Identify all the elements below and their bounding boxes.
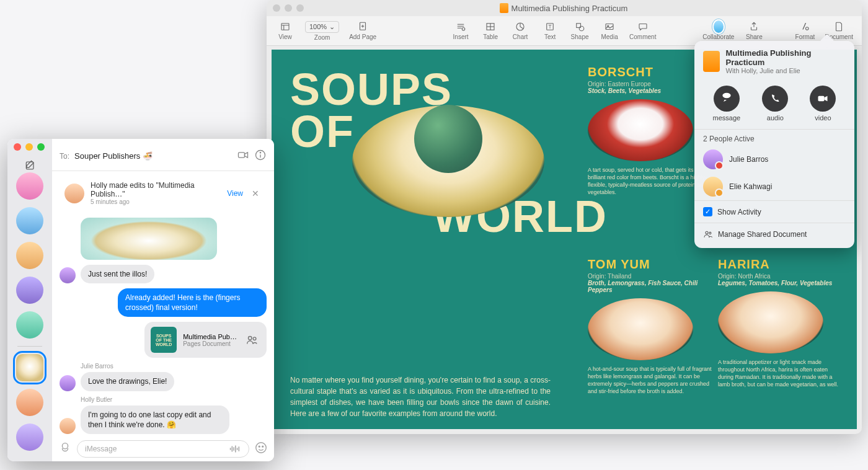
table-label: Table xyxy=(483,33,498,40)
media-label: Media xyxy=(601,33,618,40)
conversation-avatar[interactable] xyxy=(16,242,43,269)
message-action[interactable]: message xyxy=(713,86,741,122)
divider xyxy=(17,346,42,347)
text-label: Text xyxy=(544,33,556,40)
byline: By Holly Butler, Guillermo Castillo, Eli… xyxy=(290,428,551,429)
conversation-avatar[interactable] xyxy=(16,207,43,234)
comment-label: Comment xyxy=(629,33,656,40)
banner-time: 5 minutes ago xyxy=(91,198,221,205)
conversations-sidebar xyxy=(7,139,52,461)
chart-button[interactable]: Chart xyxy=(507,20,534,42)
image-message[interactable] xyxy=(81,218,217,260)
audio-waveform-icon[interactable] xyxy=(228,442,241,456)
recipe-illustration xyxy=(718,291,823,353)
zoom-dot[interactable] xyxy=(37,143,45,151)
format-label: Format xyxy=(795,33,815,40)
conversation-avatar[interactable] xyxy=(16,389,43,416)
avatar xyxy=(64,184,84,203)
format-button[interactable]: Format xyxy=(791,20,818,42)
traffic-lights xyxy=(273,4,304,12)
recipe-title: BORSCHT xyxy=(588,65,712,79)
avatar xyxy=(703,149,723,169)
recipe-desc: A traditional appetizer or light snack m… xyxy=(718,358,842,389)
message-input-bar: iMessage xyxy=(52,437,274,461)
close-dot[interactable] xyxy=(273,4,280,12)
recipe-ingredients: Legumes, Tomatoes, Flour, Vegetables xyxy=(718,280,842,286)
edit-notification-banner: Holly made edits to "Multimedia Publish…… xyxy=(58,176,268,210)
conversation-avatar[interactable] xyxy=(16,311,43,339)
conversation-avatar[interactable] xyxy=(16,277,43,304)
input-placeholder: iMessage xyxy=(85,445,117,453)
messages-titlebar[interactable] xyxy=(7,139,274,155)
shape-label: Shape xyxy=(571,33,589,40)
close-icon[interactable]: ✕ xyxy=(249,188,262,198)
share-button[interactable]: Share xyxy=(740,20,768,42)
person-name: Elie Kahwagi xyxy=(729,182,772,191)
shape-button[interactable]: Shape xyxy=(566,20,593,42)
collaborate-label: Collaborate xyxy=(702,33,734,40)
traffic-lights xyxy=(14,143,45,151)
sender-name: Holly Butler xyxy=(81,396,267,403)
zoom-dot[interactable] xyxy=(296,4,304,12)
received-bubble: Love the drawings, Elie! xyxy=(81,372,174,391)
svg-point-9 xyxy=(462,28,465,31)
show-activity-row[interactable]: ✓ Show Activity xyxy=(694,200,854,223)
popover-title: Multimedia Publishing Practicum xyxy=(726,48,846,67)
person-name: Julie Barros xyxy=(729,155,768,164)
video-action[interactable]: video xyxy=(810,86,836,122)
message-input[interactable]: iMessage xyxy=(77,440,249,458)
share-label: Share xyxy=(746,33,763,40)
svg-text:T: T xyxy=(549,24,552,30)
pages-titlebar[interactable]: Multimedia Publishing Practicum xyxy=(267,0,862,16)
conversation-avatar[interactable] xyxy=(16,423,43,451)
manage-shared-row[interactable]: Manage Shared Document xyxy=(694,223,854,246)
recipe-origin: Origin: North Africa xyxy=(718,273,842,280)
text-button[interactable]: T Text xyxy=(536,20,564,42)
zoom-value: 100% xyxy=(309,23,327,30)
banner-view-link[interactable]: View xyxy=(227,189,243,198)
sender-avatar xyxy=(60,375,76,391)
collaborate-button[interactable]: Collaborate xyxy=(699,20,738,42)
recipe-desc: A hot-and-sour soup that is typically fu… xyxy=(588,365,712,396)
message-thread[interactable]: Just sent the illos! Already added! Here… xyxy=(52,215,274,437)
add-page-label: Add Page xyxy=(349,33,376,40)
insert-button[interactable]: Insert xyxy=(447,20,474,42)
popover-header: Multimedia Publishing Practicum With Hol… xyxy=(694,48,854,81)
add-page-button[interactable]: Add Page xyxy=(345,20,380,42)
svg-point-37 xyxy=(256,443,267,453)
conversation-avatar-selected[interactable] xyxy=(16,354,43,381)
active-people-label: 2 People Active xyxy=(694,130,854,146)
show-activity-label: Show Activity xyxy=(717,208,761,216)
minimize-dot[interactable] xyxy=(25,143,33,151)
collaboration-popover: Multimedia Publishing Practicum With Hol… xyxy=(694,41,854,248)
audio-action[interactable]: audio xyxy=(762,86,788,122)
chart-label: Chart xyxy=(513,33,528,40)
recipe-desc: A tart soup, served hot or cold, that ge… xyxy=(588,166,712,197)
svg-point-17 xyxy=(579,26,584,31)
table-button[interactable]: Table xyxy=(477,20,504,42)
active-person-julie[interactable]: Julie Barros xyxy=(694,146,854,173)
active-person-elie[interactable]: Elie Kahwagi xyxy=(694,173,854,200)
compose-button[interactable] xyxy=(22,157,38,174)
svg-point-39 xyxy=(262,446,264,447)
apps-icon[interactable] xyxy=(58,441,72,457)
zoom-control[interactable]: 100%⌄ Zoom xyxy=(301,20,343,42)
sent-bubble: Already added! Here is the (fingers cros… xyxy=(118,288,267,317)
recipe-illustration xyxy=(588,99,693,161)
view-button[interactable]: View xyxy=(272,20,299,42)
pages-app-window: Multimedia Publishing Practicum View 100… xyxy=(267,0,862,434)
document-attachment[interactable]: SOUPSOF THEWORLD Multimedia Pub… Pages D… xyxy=(144,322,267,358)
emoji-icon[interactable] xyxy=(254,441,268,457)
minimize-dot[interactable] xyxy=(285,4,292,12)
comment-button[interactable]: Comment xyxy=(626,20,660,42)
recipe-harira: HARIRA Origin: North Africa Legumes, Tom… xyxy=(718,257,842,389)
pages-window-title: Multimedia Publishing Practicum xyxy=(304,3,823,13)
checkbox-checked-icon[interactable]: ✓ xyxy=(703,207,712,216)
media-button[interactable]: Media xyxy=(596,20,623,42)
conversation-avatar[interactable] xyxy=(16,172,43,200)
avatar xyxy=(703,177,723,197)
attachment-type: Pages Document xyxy=(183,340,237,347)
svg-point-20 xyxy=(806,27,809,30)
pages-doc-icon xyxy=(703,51,720,72)
close-dot[interactable] xyxy=(14,143,21,151)
